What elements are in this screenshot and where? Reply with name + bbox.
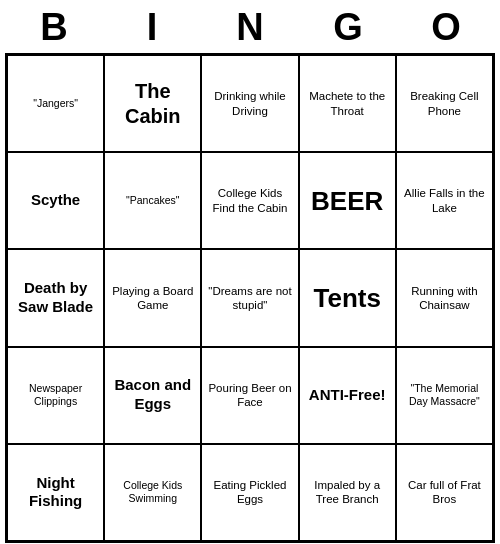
bingo-cell-17: Pouring Beer on Face [201, 347, 298, 444]
bingo-cell-5: Scythe [7, 152, 104, 249]
bingo-cell-18: ANTI-Free! [299, 347, 396, 444]
letter-i: I [108, 6, 196, 49]
bingo-cell-20: Night Fishing [7, 444, 104, 541]
bingo-cell-22: Eating Pickled Eggs [201, 444, 298, 541]
letter-n: N [206, 6, 294, 49]
bingo-cell-16: Bacon and Eggs [104, 347, 201, 444]
bingo-cell-8: BEER [299, 152, 396, 249]
bingo-cell-14: Running with Chainsaw [396, 249, 493, 346]
letter-g: G [304, 6, 392, 49]
bingo-cell-7: College Kids Find the Cabin [201, 152, 298, 249]
bingo-cell-24: Car full of Frat Bros [396, 444, 493, 541]
letter-o: O [402, 6, 490, 49]
bingo-cell-0: "Jangers" [7, 55, 104, 152]
bingo-cell-1: The Cabin [104, 55, 201, 152]
bingo-cell-6: "Pancakes" [104, 152, 201, 249]
letter-b: B [10, 6, 98, 49]
bingo-cell-2: Drinking while Driving [201, 55, 298, 152]
bingo-cell-12: "Dreams are not stupid" [201, 249, 298, 346]
bingo-grid: "Jangers"The CabinDrinking while Driving… [5, 53, 495, 543]
bingo-cell-15: Newspaper Clippings [7, 347, 104, 444]
bingo-title: B I N G O [5, 0, 495, 53]
bingo-cell-9: Allie Falls in the Lake [396, 152, 493, 249]
bingo-cell-21: College Kids Swimming [104, 444, 201, 541]
bingo-cell-19: "The Memorial Day Massacre" [396, 347, 493, 444]
bingo-cell-10: Death by Saw Blade [7, 249, 104, 346]
bingo-cell-3: Machete to the Throat [299, 55, 396, 152]
bingo-cell-11: Playing a Board Game [104, 249, 201, 346]
bingo-cell-13: Tents [299, 249, 396, 346]
bingo-cell-4: Breaking Cell Phone [396, 55, 493, 152]
bingo-cell-23: Impaled by a Tree Branch [299, 444, 396, 541]
